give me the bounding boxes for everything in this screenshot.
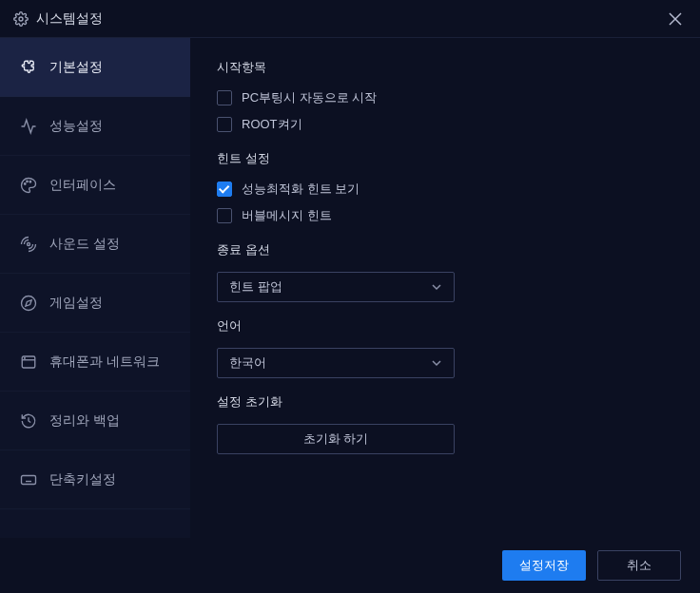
sidebar-item-shortcuts[interactable]: 단축키설정 (0, 450, 190, 509)
optimize-hint-checkbox-row[interactable]: 성능최적화 힌트 보기 (217, 181, 673, 198)
window-title: 시스템설정 (36, 10, 664, 28)
sidebar: 기본설정 성능설정 인 (0, 38, 190, 538)
svg-rect-12 (22, 475, 36, 484)
sidebar-item-label: 인터페이스 (49, 177, 116, 194)
exit-option-select[interactable]: 힌트 팝업 (217, 272, 455, 302)
puzzle-icon (19, 58, 38, 77)
startup-group: PC부팅시 자동으로 시작 ROOT켜기 (217, 89, 673, 133)
sound-icon (19, 235, 38, 254)
svg-point-11 (25, 357, 26, 358)
sidebar-item-interface[interactable]: 인터페이스 (0, 156, 190, 215)
sidebar-item-label: 성능설정 (49, 118, 103, 135)
cancel-button-label: 취소 (627, 557, 651, 574)
sidebar-item-label: 사운드 설정 (49, 236, 120, 253)
titlebar: 시스템설정 (0, 0, 700, 38)
svg-point-4 (27, 181, 29, 182)
sidebar-item-label: 휴대폰과 네트워크 (49, 354, 160, 371)
keyboard-icon (19, 470, 38, 489)
gear-icon (13, 11, 29, 27)
chevron-down-icon (431, 357, 442, 369)
language-heading: 언어 (217, 317, 673, 335)
autostart-checkbox-row[interactable]: PC부팅시 자동으로 시작 (217, 89, 673, 106)
window-icon (19, 353, 38, 372)
sidebar-item-label: 게임설정 (49, 295, 103, 312)
sidebar-item-label: 정리와 백업 (49, 412, 120, 430)
svg-point-5 (29, 181, 31, 182)
settings-window: 시스템설정 기본설정 (0, 0, 700, 593)
hint-heading: 힌트 설정 (217, 150, 673, 167)
checkbox-icon (217, 117, 232, 132)
svg-point-0 (19, 17, 23, 21)
chevron-down-icon (431, 281, 442, 293)
checkbox-icon (217, 208, 232, 223)
content-panel: 시작항목 PC부팅시 자동으로 시작 ROOT켜기 힌트 설정 성능최적화 힌트… (190, 38, 700, 538)
footer: 설정저장 취소 (0, 538, 700, 593)
language-select[interactable]: 한국어 (217, 348, 455, 378)
sidebar-item-phone-network[interactable]: 휴대폰과 네트워크 (0, 333, 190, 392)
compass-icon (19, 294, 38, 313)
bubble-hint-label: 버블메시지 힌트 (242, 207, 332, 224)
svg-point-3 (25, 182, 27, 184)
sidebar-item-basic[interactable]: 기본설정 (0, 38, 190, 97)
root-label: ROOT켜기 (242, 116, 302, 133)
sidebar-item-cleanup-backup[interactable]: 정리와 백업 (0, 392, 190, 450)
palette-icon (19, 176, 38, 195)
language-value: 한국어 (229, 354, 266, 372)
sidebar-item-label: 단축키설정 (49, 471, 116, 488)
reset-heading: 설정 초기화 (217, 393, 673, 411)
hint-group: 성능최적화 힌트 보기 버블메시지 힌트 (217, 181, 673, 224)
sidebar-item-label: 기본설정 (49, 59, 103, 76)
svg-point-6 (28, 242, 30, 245)
exit-heading: 종료 옵션 (217, 241, 673, 258)
startup-heading: 시작항목 (217, 59, 673, 76)
sidebar-item-sound[interactable]: 사운드 설정 (0, 215, 190, 274)
sidebar-item-game[interactable]: 게임설정 (0, 274, 190, 333)
exit-option-value: 힌트 팝업 (229, 278, 282, 296)
cancel-button[interactable]: 취소 (597, 550, 681, 581)
svg-point-7 (22, 296, 36, 310)
optimize-hint-label: 성능최적화 힌트 보기 (242, 181, 360, 198)
svg-marker-8 (26, 299, 31, 305)
save-button-label: 설정저장 (519, 557, 569, 574)
history-icon (19, 411, 38, 430)
window-body: 기본설정 성능설정 인 (0, 38, 700, 538)
autostart-label: PC부팅시 자동으로 시작 (242, 89, 377, 106)
save-button[interactable]: 설정저장 (502, 550, 586, 581)
bubble-hint-checkbox-row[interactable]: 버블메시지 힌트 (217, 207, 673, 224)
root-checkbox-row[interactable]: ROOT켜기 (217, 116, 673, 133)
activity-icon (19, 117, 38, 136)
close-button[interactable] (664, 8, 687, 30)
reset-button-label: 초기화 하기 (303, 430, 369, 448)
sidebar-item-performance[interactable]: 성능설정 (0, 97, 190, 156)
reset-button[interactable]: 초기화 하기 (217, 424, 455, 454)
checkbox-checked-icon (217, 182, 232, 197)
close-icon (669, 12, 682, 26)
checkbox-icon (217, 90, 232, 105)
